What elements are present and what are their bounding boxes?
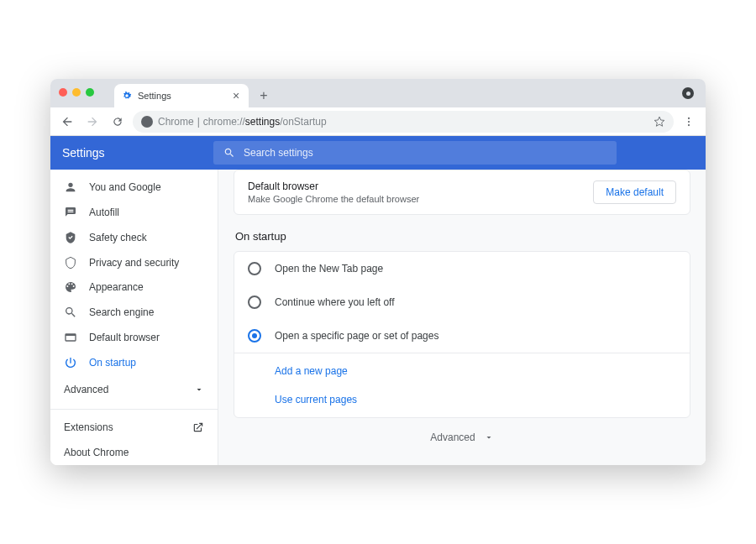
settings-header: Settings Search settings: [50, 136, 706, 170]
autofill-icon: [64, 206, 77, 219]
card-subtitle: Make Google Chrome the default browser: [248, 194, 419, 204]
browser-window: Settings × + Chrome | chrome:// settings…: [50, 79, 706, 465]
profile-icon[interactable]: [682, 87, 694, 99]
sidebar-item-you-and-google[interactable]: You and Google: [50, 175, 218, 200]
sidebar-item-appearance[interactable]: Appearance: [50, 275, 218, 301]
radio-option-new-tab[interactable]: Open the New Tab page: [234, 252, 690, 285]
address-bar[interactable]: Chrome | chrome:// settings /onStartup: [133, 111, 674, 133]
search-icon: [223, 147, 235, 159]
palette-icon: [64, 280, 77, 294]
chevron-down-icon: [484, 432, 494, 442]
new-tab-button[interactable]: +: [254, 86, 274, 106]
url-text: Chrome | chrome:// settings /onStartup: [158, 116, 327, 128]
radio-icon: [248, 329, 261, 343]
use-current-pages-link[interactable]: Use current pages: [275, 385, 690, 414]
close-tab-icon[interactable]: ×: [230, 90, 242, 102]
site-info-icon[interactable]: [141, 116, 153, 128]
page-title: Settings: [62, 146, 197, 160]
sidebar-item-search-engine[interactable]: Search engine: [50, 300, 218, 325]
settings-sidebar: You and Google Autofill Safety check Pri…: [50, 170, 218, 465]
radio-option-specific-pages[interactable]: Open a specific page or set of pages: [234, 319, 690, 353]
sidebar-item-label: Search engine: [89, 306, 154, 318]
section-title-startup: On startup: [235, 230, 690, 243]
sidebar-item-label: You and Google: [89, 181, 161, 193]
sidebar-item-label: Default browser: [89, 332, 160, 343]
radio-icon: [248, 296, 261, 309]
sidebar-item-on-startup[interactable]: On startup: [50, 350, 218, 375]
sidebar-extensions[interactable]: Extensions: [50, 415, 218, 440]
sidebar-item-label: Privacy and security: [89, 257, 179, 269]
svg-point-0: [688, 117, 690, 118]
startup-sub-links: Add a new page Use current pages: [234, 353, 690, 417]
svg-point-1: [688, 120, 690, 122]
sidebar-item-autofill[interactable]: Autofill: [50, 200, 218, 225]
settings-gear-icon: [121, 90, 133, 102]
search-placeholder: Search settings: [244, 147, 313, 159]
zoom-window-button[interactable]: [86, 88, 94, 97]
svg-point-2: [688, 124, 690, 126]
sidebar-item-label: On startup: [89, 357, 136, 369]
main-content: Default browser Make Google Chrome the d…: [218, 170, 706, 465]
power-icon: [64, 356, 77, 369]
startup-options-card: Open the New Tab page Continue where you…: [234, 251, 690, 418]
add-new-page-link[interactable]: Add a new page: [275, 357, 690, 385]
card-title: Default browser: [248, 180, 419, 192]
forward-button[interactable]: [82, 112, 102, 132]
sidebar-item-privacy[interactable]: Privacy and security: [50, 250, 218, 275]
browser-icon: [64, 331, 77, 344]
sidebar-advanced-toggle[interactable]: Advanced: [50, 375, 218, 404]
radio-icon: [248, 262, 261, 275]
search-icon: [64, 306, 77, 319]
chevron-down-icon: [194, 384, 204, 395]
search-settings-input[interactable]: Search settings: [213, 141, 617, 165]
person-icon: [64, 180, 77, 194]
close-window-button[interactable]: [59, 88, 67, 97]
radio-label: Open a specific page or set of pages: [275, 330, 438, 342]
back-button[interactable]: [57, 112, 77, 132]
sidebar-item-safety-check[interactable]: Safety check: [50, 225, 218, 250]
sidebar-item-label: Appearance: [89, 281, 144, 293]
advanced-footer-toggle[interactable]: Advanced: [234, 418, 690, 457]
sidebar-about-chrome[interactable]: About Chrome: [50, 440, 218, 465]
external-link-icon: [192, 421, 204, 433]
browser-menu-button[interactable]: [679, 112, 699, 132]
sidebar-item-default-browser[interactable]: Default browser: [50, 325, 218, 350]
tab-title: Settings: [138, 91, 171, 101]
radio-label: Continue where you left off: [275, 296, 395, 308]
radio-option-continue[interactable]: Continue where you left off: [234, 285, 690, 319]
browser-tab[interactable]: Settings ×: [114, 84, 249, 107]
sidebar-item-label: Autofill: [89, 207, 119, 218]
reload-button[interactable]: [108, 112, 128, 132]
default-browser-card: Default browser Make Google Chrome the d…: [234, 170, 690, 215]
tab-strip: Settings × +: [50, 79, 706, 107]
window-controls: [59, 88, 94, 97]
shield-icon: [64, 256, 77, 269]
radio-label: Open the New Tab page: [275, 263, 383, 275]
bookmark-star-icon[interactable]: [654, 116, 665, 128]
safety-icon: [64, 231, 77, 244]
divider: [50, 409, 218, 410]
minimize-window-button[interactable]: [72, 88, 81, 97]
browser-toolbar: Chrome | chrome:// settings /onStartup: [50, 107, 706, 136]
make-default-button[interactable]: Make default: [593, 180, 676, 204]
sidebar-item-label: Safety check: [89, 232, 147, 243]
